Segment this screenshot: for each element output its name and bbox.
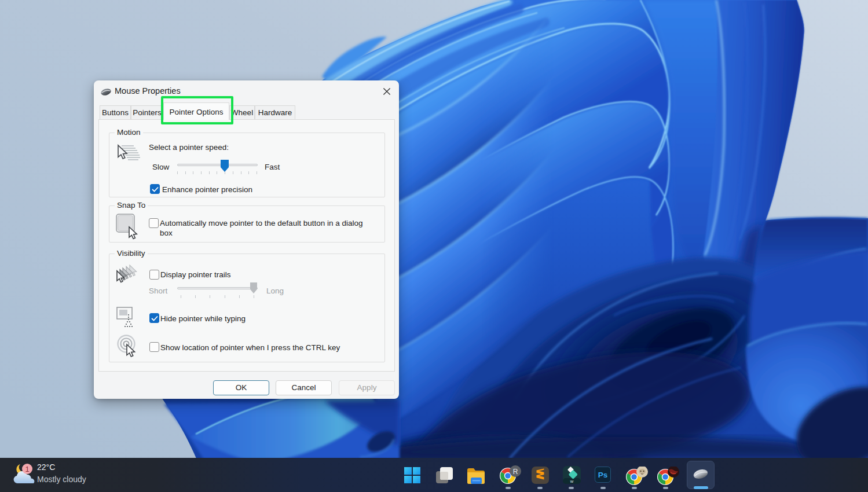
svg-text:w: w xyxy=(570,479,574,484)
svg-text:R: R xyxy=(513,468,518,476)
svg-text:1: 1 xyxy=(25,465,29,473)
svg-text:Ps: Ps xyxy=(598,471,608,479)
